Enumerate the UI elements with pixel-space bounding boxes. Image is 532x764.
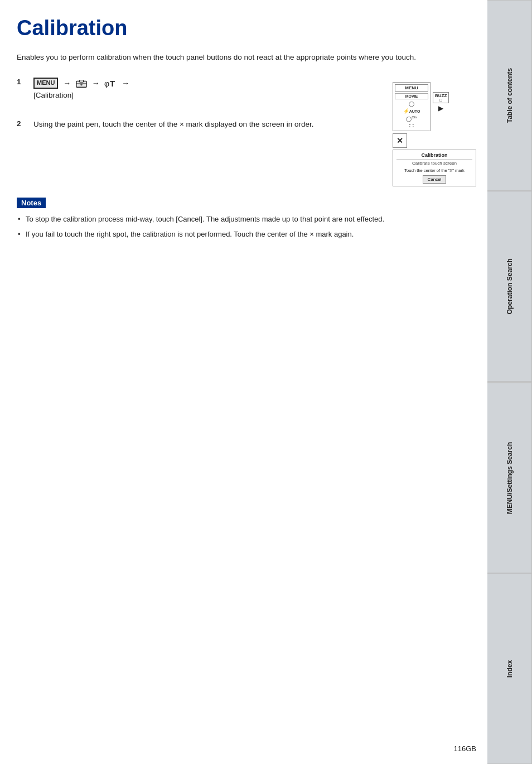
page-number: 116GB: [454, 744, 476, 753]
step-1-content: MENU → →: [33, 76, 131, 101]
calibrate-subtitle: Calibrate touch screen: [396, 161, 472, 166]
calibration-dialog: Calibration Calibrate touch screen Touch…: [393, 150, 476, 186]
step-2: 2 Using the paint pen, touch the center …: [17, 118, 381, 131]
main-settings-icon: φ T: [104, 78, 117, 89]
menu-flash-row: ⚡AUTO: [395, 108, 428, 114]
sidebar-tab-menu-search[interactable]: MENU/Settings Search: [487, 382, 532, 573]
calibration-screen-mockup: MENU MOVIE ◯ ⚡AUTO: [393, 82, 476, 186]
notes-section: Notes To stop the calibration process mi…: [17, 198, 476, 241]
svg-rect-1: [79, 80, 83, 82]
menu-button-label: MENU: [33, 78, 58, 88]
notes-label: Notes: [17, 198, 46, 208]
menu-imgsize-row: ⛶: [395, 123, 428, 129]
step-2-number: 2: [17, 118, 28, 128]
arrow-icon-2: →: [92, 79, 100, 88]
camera-menu-panel: MENU MOVIE ◯ ⚡AUTO: [393, 82, 431, 131]
steps-section: 1 MENU → →: [17, 76, 476, 186]
menu-timer-row: ◯Ofs: [395, 115, 428, 122]
page-title: Calibration: [17, 17, 476, 40]
calibration-step-label: [Calibration]: [33, 91, 74, 99]
right-controls: BUZZ☐ ▶: [433, 92, 449, 112]
svg-point-3: [80, 84, 83, 86]
step-2-content: Using the paint pen, touch the center of…: [33, 118, 313, 131]
calibrate-title: Calibration: [396, 152, 472, 160]
svg-text:T: T: [110, 79, 115, 88]
buzz-icon: BUZZ☐: [433, 92, 449, 103]
settings-icon: [76, 78, 87, 88]
arrow-icon-3: →: [122, 79, 129, 88]
x-mark-box: ✕: [393, 133, 407, 148]
note-item-1: To stop the calibration process mid-way,…: [17, 214, 476, 225]
calibrate-instruction: Touch the center of the "X" mark: [396, 168, 472, 173]
cancel-button[interactable]: Cancel: [423, 175, 447, 184]
play-icon: ▶: [433, 104, 449, 112]
steps-left: 1 MENU → →: [17, 76, 381, 147]
intro-text: Enables you to perform calibration when …: [17, 51, 476, 64]
svg-text:φ: φ: [104, 79, 109, 88]
right-sidebar: Table of contents Operation Search MENU/…: [487, 0, 532, 764]
menu-camera-row: ◯: [395, 100, 428, 107]
notes-list: To stop the calibration process mid-way,…: [17, 214, 476, 241]
menu-movie-row: MOVIE: [395, 93, 428, 100]
step-1: 1 MENU → →: [17, 76, 381, 101]
sidebar-tab-operation-search[interactable]: Operation Search: [487, 191, 532, 382]
sidebar-tab-index[interactable]: Index: [487, 573, 532, 764]
note-item-2: If you fail to touch the right spot, the…: [17, 229, 476, 241]
step-1-number: 1: [17, 76, 28, 86]
arrow-icon-1: →: [63, 79, 71, 88]
sidebar-tab-toc[interactable]: Table of contents: [487, 0, 532, 191]
